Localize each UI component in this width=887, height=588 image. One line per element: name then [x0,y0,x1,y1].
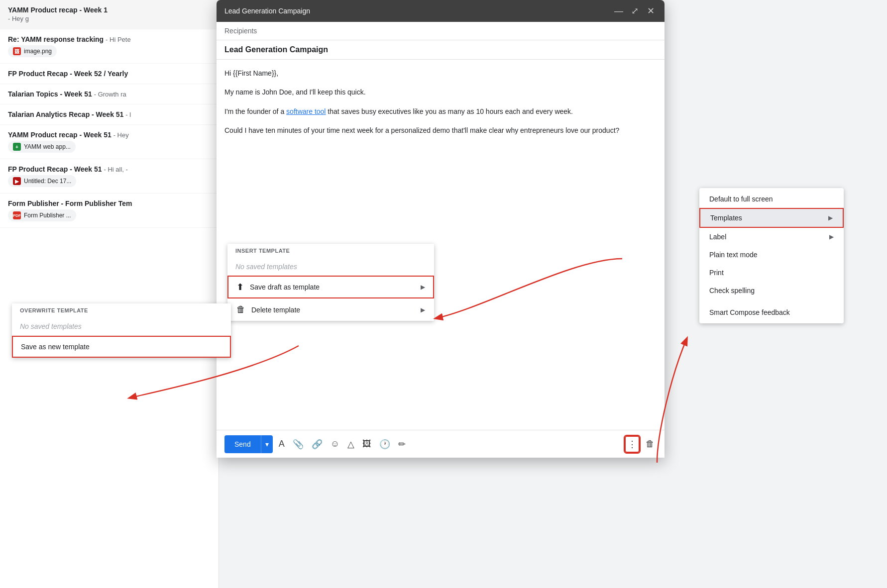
email-subject: YAMM Product recap - Week 1 [8,6,211,14]
attachment-label: Untitled: Dec 17... [24,178,71,185]
context-item-label[interactable]: Label ▶ [699,228,844,246]
attachment-label: Form Publisher ... [24,212,71,219]
minimize-button[interactable]: — [613,5,625,17]
attach-icon[interactable]: 📎 [291,437,306,452]
overwrite-no-templates-text: No saved templates [12,317,231,336]
context-item-fullscreen[interactable]: Default to full screen [699,190,844,208]
emoji-icon[interactable]: ☺ [329,437,341,451]
send-dropdown-arrow[interactable]: ▾ [261,435,273,453]
delete-template-item[interactable]: 🗑 Delete template ▶ [227,298,434,321]
email-item-2[interactable]: Re: YAMM response tracking - Hi Pete 🖼 i… [0,29,219,64]
save-draft-icon: ⬆ [236,282,244,293]
attachment-badge: + YAMM web app... [8,141,76,153]
recipients-field[interactable]: Recipients [217,22,665,40]
spelling-label: Check spelling [709,287,755,294]
templates-label: Templates [710,214,742,222]
email-item-7[interactable]: FP Product Recap - Week 51 - Hi all, - ▶… [0,159,219,194]
body-line3: Could I have ten minutes of your time ne… [224,125,657,136]
body-line2: I'm the founder of a software tool that … [224,106,657,117]
email-subject: FP Product Recap - Week 52 / Yearly [8,70,211,78]
link-icon[interactable]: 🔗 [310,437,325,452]
compose-title: Lead Generation Campaign [224,7,310,15]
email-subject: Talarian Topics - Week 51 - Growth ra [8,90,211,98]
attachment-badge: PDF Form Publisher ... [8,209,76,221]
body-line2-end: that saves busy executives like you as m… [326,107,573,115]
send-label: Send [224,440,261,448]
drive-icon[interactable]: △ [345,437,356,452]
attachment-label: YAMM web app... [24,143,71,150]
body-line1: My name is John Doe, and I'll keep this … [224,87,657,98]
compose-window: Lead Generation Campaign — ⤢ ✕ Recipient… [217,0,665,458]
software-tool-link[interactable]: software tool [286,107,326,115]
save-draft-arrow: ▶ [421,284,425,291]
delete-template-icon: 🗑 [236,304,245,315]
email-item-4[interactable]: Talarian Topics - Week 51 - Growth ra [0,84,219,104]
overwrite-popup: OVERWRITE TEMPLATE No saved templates Sa… [12,303,231,358]
email-preview: - Hey g [8,15,29,22]
email-item-3[interactable]: FP Product Recap - Week 52 / Yearly [0,64,219,84]
save-draft-label: Save draft as template [250,283,320,291]
close-button[interactable]: ✕ [645,5,657,17]
no-saved-templates-text: No saved templates [227,258,434,276]
delete-template-label: Delete template [251,306,300,314]
email-item-1[interactable]: YAMM Product recap - Week 1 - Hey g [0,0,219,29]
video-icon: ▶ [13,177,21,185]
attachment-label: image.png [24,48,52,55]
context-item-smart-compose[interactable]: Smart Compose feedback [699,303,844,321]
email-subject: YAMM Product recap - Week 51 - Hey [8,131,211,139]
template-submenu: INSERT TEMPLATE No saved templates ⬆ Sav… [227,244,434,321]
send-button[interactable]: Send ▾ [224,435,273,453]
insert-template-header: INSERT TEMPLATE [227,244,434,258]
pdf-icon: PDF [13,211,21,219]
email-subject: FP Product Recap - Week 51 - Hi all, - [8,165,211,173]
plaintext-label: Plain text mode [709,251,758,259]
smart-compose-label: Smart Compose feedback [709,308,790,316]
label-text: Label [709,233,726,241]
print-label: Print [709,269,724,277]
templates-arrow: ▶ [828,214,833,221]
delete-template-arrow: ▶ [421,306,425,313]
email-subject: Re: YAMM response tracking - Hi Pete [8,35,211,43]
format-text-icon[interactable]: A [277,437,287,451]
attachment-badge: ▶ Untitled: Dec 17... [8,175,76,187]
fullscreen-label: Default to full screen [709,195,773,203]
schedule-icon[interactable]: 🕐 [377,437,392,452]
image-icon: 🖼 [13,47,21,55]
compose-controls: — ⤢ ✕ [613,5,657,17]
save-as-new-label: Save as new template [21,343,90,351]
save-as-new-template-item[interactable]: Save as new template [12,336,231,358]
email-item-5[interactable]: Talarian Analytics Recap - Week 51 - l [0,104,219,125]
compose-toolbar: Send ▾ A 📎 🔗 ☺ △ 🖼 🕐 ✏ ⋮ 🗑 [217,430,665,458]
subject-text: Lead Generation Campaign [224,45,328,54]
email-subject: Talarian Analytics Recap - Week 51 - l [8,110,211,118]
context-item-plaintext[interactable]: Plain text mode [699,246,844,264]
overwrite-template-header: OVERWRITE TEMPLATE [12,303,231,317]
context-menu: Default to full screen Templates ▶ Label… [699,188,844,323]
recipients-label: Recipients [224,27,257,35]
email-item-8[interactable]: Form Publisher - Form Publisher Tem PDF … [0,194,219,228]
attachment-badge: 🖼 image.png [8,45,57,57]
signature-icon[interactable]: ✏ [396,437,408,452]
context-item-templates[interactable]: Templates ▶ [699,208,844,228]
maximize-button[interactable]: ⤢ [629,5,641,17]
email-list: YAMM Product recap - Week 1 - Hey g Re: … [0,0,219,588]
email-subject: Form Publisher - Form Publisher Tem [8,199,211,207]
context-item-print[interactable]: Print [699,264,844,282]
body-line2-start: I'm the founder of a [224,107,286,115]
context-item-spelling[interactable]: Check spelling [699,282,844,299]
yamm-icon: + [13,143,21,151]
email-item-6[interactable]: YAMM Product recap - Week 51 - Hey + YAM… [0,125,219,159]
label-arrow: ▶ [829,233,834,240]
photo-icon[interactable]: 🖼 [360,437,373,451]
delete-icon[interactable]: 🗑 [644,437,657,451]
context-menu-divider [699,299,844,303]
body-greeting: Hi {{First Name}}, [224,68,657,79]
subject-field[interactable]: Lead Generation Campaign [217,40,665,60]
more-options-icon[interactable]: ⋮ [625,436,640,453]
save-draft-as-template-item[interactable]: ⬆ Save draft as template ▶ [227,276,434,298]
compose-header: Lead Generation Campaign — ⤢ ✕ [217,0,665,22]
